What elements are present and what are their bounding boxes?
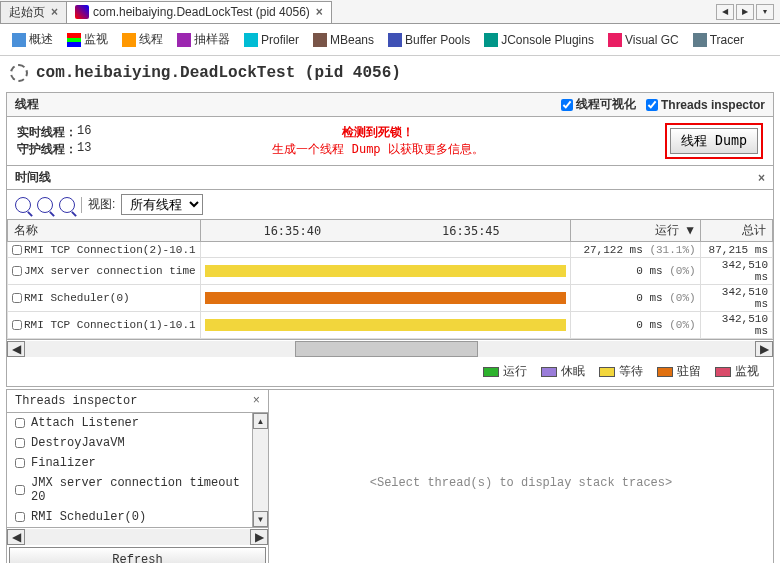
live-value: 16 [77,124,91,141]
spinner-icon [10,64,28,82]
scroll-right-button[interactable]: ▶ [250,529,268,545]
row-name: RMI TCP Connection(1)-10.1 [24,319,196,331]
scroll-up-button[interactable]: ▲ [253,413,268,429]
tool-monitor[interactable]: 监视 [61,28,114,51]
tool-sampler[interactable]: 抽样器 [171,28,236,51]
inspector-header: Threads inspector × [7,390,268,413]
java-icon [75,5,89,19]
list-item[interactable]: JMX server connection timeout 20 [7,473,252,507]
row-checkbox[interactable] [15,418,25,428]
row-checkbox[interactable] [15,438,25,448]
row-checkbox[interactable] [12,266,22,276]
close-icon[interactable]: × [316,5,323,19]
row-name: JMX server connection time [24,265,196,277]
heading-row: com.heibaiying.DeadLockTest (pid 4056) [0,56,780,90]
tool-visualgc[interactable]: Visual GC [602,30,685,50]
tab-start[interactable]: 起始页 × [0,1,67,23]
item-label: RMI Scheduler(0) [31,510,146,524]
scroll-track[interactable] [25,529,250,545]
tracer-icon [693,33,707,47]
tool-overview[interactable]: 概述 [6,28,59,51]
tool-threads[interactable]: 线程 [116,28,169,51]
inspector-detail: <Select thread(s) to display stack trace… [269,390,773,563]
table-row[interactable]: JMX server connection time0 ms (0%)342,5… [8,258,773,285]
close-icon[interactable]: × [758,171,765,185]
chk-inspector-wrap[interactable]: Threads inspector [646,98,765,112]
daemon-value: 13 [77,141,91,158]
jconsole-icon [484,33,498,47]
total-value: 342,510 ms [700,285,772,312]
col-run[interactable]: 运行 ▼ [570,220,700,242]
row-checkbox[interactable] [12,320,22,330]
daemon-label: 守护线程： [17,141,77,158]
legend-monitor-label: 监视 [735,363,759,380]
table-row[interactable]: RMI Scheduler(0)0 ms (0%)342,510 ms [8,285,773,312]
nav-list-button[interactable]: ▾ [756,4,774,20]
col-name[interactable]: 名称 [8,220,201,242]
chk-visual-wrap[interactable]: 线程可视化 [561,96,636,113]
zoom-out-icon[interactable] [37,197,53,213]
list-item[interactable]: RMI Scheduler(0) [7,507,252,527]
tab-nav: ◀ ▶ ▾ [716,4,780,20]
live-label: 实时线程： [17,124,77,141]
chk-visual[interactable] [561,99,573,111]
v-scrollbar[interactable]: ▲ ▼ [252,413,268,527]
close-icon[interactable]: × [51,5,58,19]
col-total[interactable]: 总计 [700,220,772,242]
tool-monitor-label: 监视 [84,31,108,48]
nav-next-button[interactable]: ▶ [736,4,754,20]
sampler-icon [177,33,191,47]
total-value: 87,215 ms [700,242,772,258]
view-select[interactable]: 所有线程 [121,194,203,215]
tool-tracer[interactable]: Tracer [687,30,750,50]
row-checkbox[interactable] [15,512,25,522]
list-item[interactable]: DestroyJavaVM [7,433,252,453]
dump-btn-highlight: 线程 Dump [665,123,763,159]
toolbar: 概述 监视 线程 抽样器 Profiler MBeans Buffer Pool… [0,24,780,56]
scroll-left-button[interactable]: ◀ [7,529,25,545]
chk-inspector-label: Threads inspector [661,98,765,112]
chk-inspector[interactable] [646,99,658,111]
thread-dump-button[interactable]: 线程 Dump [670,128,758,154]
tool-profiler[interactable]: Profiler [238,30,305,50]
legend: 运行 休眠 等待 驻留 监视 [7,357,773,386]
col-timeline: 16:35:40 16:35:45 [200,220,570,242]
overview-icon [12,33,26,47]
row-checkbox[interactable] [15,458,25,468]
tool-jconsole-label: JConsole Plugins [501,33,594,47]
run-value: 0 ms [636,292,662,304]
list-item[interactable]: Attach Listener [7,413,252,433]
table-row[interactable]: RMI TCP Connection(1)-10.10 ms (0%)342,5… [8,312,773,339]
run-pct: (0%) [669,292,695,304]
row-checkbox[interactable] [15,485,25,495]
tool-mbeans[interactable]: MBeans [307,30,380,50]
item-label: Finalizer [31,456,96,470]
nav-prev-button[interactable]: ◀ [716,4,734,20]
table-row[interactable]: RMI TCP Connection(2)-10.127,122 ms (31.… [8,242,773,258]
scroll-track[interactable] [25,341,755,357]
threads-panel: 线程 线程可视化 Threads inspector 实时线程：16 守护线程：… [6,92,774,387]
legend-park-label: 驻留 [677,363,701,380]
refresh-button[interactable]: Refresh [9,547,266,563]
row-name: RMI TCP Connection(2)-10.1 [24,244,196,256]
scroll-right-button[interactable]: ▶ [755,341,773,357]
total-value: 342,510 ms [700,258,772,285]
scroll-thumb[interactable] [295,341,478,357]
tool-buffer[interactable]: Buffer Pools [382,30,476,50]
zoom-fit-icon[interactable] [59,197,75,213]
scroll-down-button[interactable]: ▼ [253,511,268,527]
tab-active[interactable]: com.heibaiying.DeadLockTest (pid 4056) × [66,1,332,23]
row-checkbox[interactable] [12,245,22,255]
scroll-left-button[interactable]: ◀ [7,341,25,357]
inspector-h-scrollbar[interactable]: ◀ ▶ [7,527,268,545]
close-icon[interactable]: × [253,394,260,408]
zoom-in-icon[interactable] [15,197,31,213]
buffer-icon [388,33,402,47]
time-tick-1: 16:35:40 [207,224,378,238]
list-item[interactable]: Finalizer [7,453,252,473]
timeline-title: 时间线 [15,169,51,186]
h-scrollbar[interactable]: ◀ ▶ [7,339,773,357]
row-name: RMI Scheduler(0) [24,292,130,304]
row-checkbox[interactable] [12,293,22,303]
tool-jconsole[interactable]: JConsole Plugins [478,30,600,50]
